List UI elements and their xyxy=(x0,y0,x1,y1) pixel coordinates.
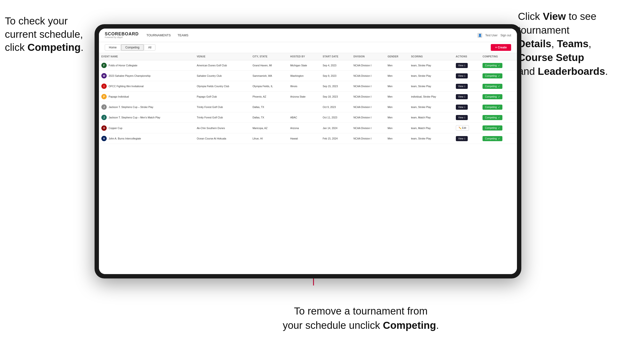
nav-teams[interactable]: TEAMS xyxy=(178,32,188,38)
cell-start-date: Oct 11, 2023 xyxy=(320,112,351,123)
cell-hosted xyxy=(288,102,320,112)
cell-actions: View ℹ xyxy=(454,92,480,102)
cell-event-name: J Jackson T. Stephens Cup – Men's Match … xyxy=(99,112,194,123)
cell-city: Sammamish, WA xyxy=(250,71,288,81)
cell-actions: View ℹ xyxy=(454,60,480,71)
cell-city: Olympia Fields, IL xyxy=(250,81,288,92)
view-button[interactable]: View ℹ xyxy=(456,84,468,89)
col-competing: COMPETING xyxy=(480,53,517,60)
view-button[interactable]: View ℹ xyxy=(456,115,468,120)
view-button[interactable]: View ℹ xyxy=(456,105,468,110)
tab-home[interactable]: Home xyxy=(105,44,121,51)
team-logo: I xyxy=(101,84,107,89)
col-start-date: START DATE xyxy=(320,53,351,60)
cell-hosted: Hawaii xyxy=(288,133,320,144)
cell-city: Grand Haven, MI xyxy=(250,60,288,71)
nav-tournaments[interactable]: TOURNAMENTS xyxy=(146,32,171,38)
view-button[interactable]: View ℹ xyxy=(456,63,468,68)
competing-button[interactable]: Competing ✓ xyxy=(482,84,502,89)
competing-button[interactable]: Competing ✓ xyxy=(482,94,502,99)
cell-event-name: W 2023 Sahalee Players Championship xyxy=(99,71,194,81)
competing-button[interactable]: Competing ✓ xyxy=(482,115,502,120)
cell-city: Maricopa, AZ xyxy=(250,123,288,133)
annotation-top-left: To check your current schedule, click Co… xyxy=(5,14,97,54)
cell-division: NCAA Division I xyxy=(351,133,385,144)
cell-venue: American Dunes Golf Club xyxy=(194,60,250,71)
cell-competing: Competing ✓ xyxy=(480,71,517,81)
tabs-row: Home Competing All + Create xyxy=(99,42,517,53)
cell-division: NCAA Division I xyxy=(351,92,385,102)
table-container: EVENT NAME VENUE CITY, STATE HOSTED BY S… xyxy=(99,53,517,274)
cell-scoring: team, Stroke Play xyxy=(408,102,453,112)
tab-competing[interactable]: Competing xyxy=(121,44,144,51)
cell-division: NCAA Division I xyxy=(351,71,385,81)
cell-event-name: J Jackson T. Stephens Cup – Stroke Play xyxy=(99,102,194,112)
team-logo: J xyxy=(101,115,107,120)
competing-button[interactable]: Competing ✓ xyxy=(482,73,502,78)
cell-hosted: Illinois xyxy=(288,81,320,92)
tournaments-table: EVENT NAME VENUE CITY, STATE HOSTED BY S… xyxy=(99,53,517,144)
table-row: W 2023 Sahalee Players Championship Saha… xyxy=(99,71,517,81)
cell-gender: Men xyxy=(385,112,409,123)
cell-actions: View ℹ xyxy=(454,81,480,92)
cell-venue: Trinity Forest Golf Club xyxy=(194,112,250,123)
table-row: J Jackson T. Stephens Cup – Men's Match … xyxy=(99,112,517,123)
cell-scoring: team, Stroke Play xyxy=(408,71,453,81)
cell-competing: Competing ✓ xyxy=(480,60,517,71)
cell-scoring: team, Match Play xyxy=(408,112,453,123)
view-button[interactable]: View ℹ xyxy=(456,73,468,78)
cell-actions: ✏️ Edit xyxy=(454,123,480,133)
nav-links: TOURNAMENTS TEAMS xyxy=(146,32,478,38)
team-logo: P xyxy=(101,94,107,99)
cell-hosted: Arizona State xyxy=(288,92,320,102)
cell-city: Dallas, TX xyxy=(250,102,288,112)
cell-hosted: Washington xyxy=(288,71,320,81)
cell-competing: Competing ✓ xyxy=(480,123,517,133)
cell-scoring: individual, Stroke Play xyxy=(408,92,453,102)
event-name-text: OFCC Fighting Illini Invitational xyxy=(109,85,144,88)
cell-division: NCAA Division I xyxy=(351,123,385,133)
cell-venue: Sahalee Country Club xyxy=(194,71,250,81)
event-name-text: Papago Individual xyxy=(109,95,129,98)
cell-actions: View ℹ xyxy=(454,71,480,81)
cell-gender: Men xyxy=(385,81,409,92)
cell-city: Dallas, TX xyxy=(250,112,288,123)
cell-start-date: Sep 4, 2023 xyxy=(320,60,351,71)
cell-event-name: P Papago Individual xyxy=(99,92,194,102)
cell-gender: Men xyxy=(385,102,409,112)
cell-gender: Men xyxy=(385,71,409,81)
cell-scoring: team, Match Play xyxy=(408,123,453,133)
cell-actions: View ℹ xyxy=(454,112,480,123)
create-button[interactable]: + Create xyxy=(491,44,511,51)
cell-venue: Papago Golf Club xyxy=(194,92,250,102)
user-name: Test User xyxy=(485,34,498,37)
view-button[interactable]: View ℹ xyxy=(456,136,468,141)
annotation-bottom: To remove a tournament from your schedul… xyxy=(264,304,458,333)
annotation-top-right: Click View to see tournament Details, Te… xyxy=(518,10,639,78)
user-icon: 👤 xyxy=(478,33,482,38)
cell-event-name: F Folds of Honor Collegiate xyxy=(99,60,194,71)
competing-button[interactable]: Competing ✓ xyxy=(482,105,502,110)
sign-out-link[interactable]: Sign out xyxy=(500,34,511,37)
col-hosted-by: HOSTED BY xyxy=(288,53,320,60)
team-logo: A xyxy=(101,125,107,131)
competing-button[interactable]: Competing ✓ xyxy=(482,136,502,141)
cell-start-date: Feb 15, 2024 xyxy=(320,133,351,144)
edit-button[interactable]: ✏️ Edit xyxy=(456,125,469,131)
cell-actions: View ℹ xyxy=(454,102,480,112)
event-name-text: John A. Burns Intercollegiate xyxy=(109,137,141,140)
event-name-text: Folds of Honor Collegiate xyxy=(109,64,137,67)
cell-division: NCAA Division I xyxy=(351,60,385,71)
cell-actions: View ℹ xyxy=(454,133,480,144)
tab-all[interactable]: All xyxy=(144,44,156,51)
competing-button[interactable]: Competing ✓ xyxy=(482,63,502,68)
competing-button[interactable]: Competing ✓ xyxy=(482,125,502,131)
cell-scoring: team, Stroke Play xyxy=(408,60,453,71)
col-venue: VENUE xyxy=(194,53,250,60)
cell-city: Lihue, HI xyxy=(250,133,288,144)
team-logo: H xyxy=(101,136,107,141)
view-button[interactable]: View ℹ xyxy=(456,94,468,99)
table-row: I OFCC Fighting Illini Invitational Olym… xyxy=(99,81,517,92)
table-row: J Jackson T. Stephens Cup – Stroke Play … xyxy=(99,102,517,112)
table-row: H John A. Burns Intercollegiate Ocean Co… xyxy=(99,133,517,144)
